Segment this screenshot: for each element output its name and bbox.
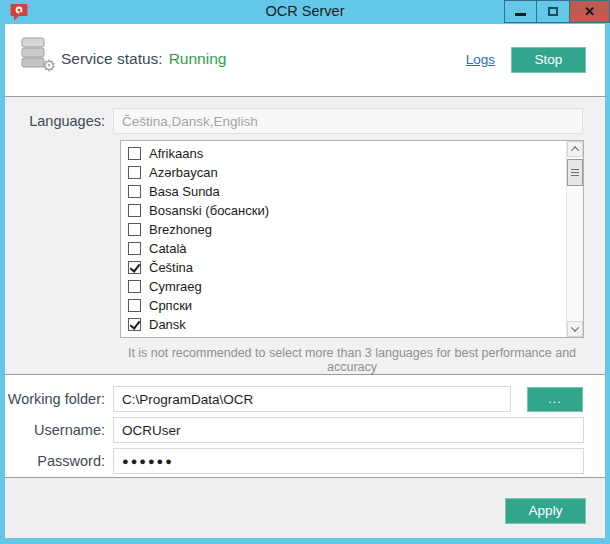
- language-row[interactable]: Afrikaans: [128, 144, 583, 163]
- ocr-server-window: OCR Server ✕ ⚙ Service status:Running Lo…: [0, 0, 610, 544]
- service-status-section: ⚙ Service status:Running Logs Stop: [5, 24, 605, 96]
- language-row[interactable]: Bosanski (босански): [128, 201, 583, 220]
- scrollbar-grip-icon: [571, 169, 579, 176]
- language-row[interactable]: Basa Sunda: [128, 182, 583, 201]
- scrollbar-track[interactable]: [566, 141, 583, 337]
- language-checkbox[interactable]: [128, 223, 141, 236]
- language-row[interactable]: Српски: [128, 296, 583, 315]
- minimize-button[interactable]: [504, 0, 537, 23]
- chevron-down-icon: [571, 323, 579, 331]
- language-label: Basa Sunda: [149, 184, 220, 199]
- language-row[interactable]: Brezhoneg: [128, 220, 583, 239]
- scrollbar-down-button[interactable]: [567, 321, 583, 337]
- language-label: Čeština: [149, 260, 193, 275]
- close-button[interactable]: ✕: [570, 0, 610, 23]
- language-row[interactable]: Čeština: [128, 258, 583, 277]
- language-label: Српски: [149, 298, 192, 313]
- maximize-button[interactable]: [537, 0, 570, 23]
- languages-selected-input[interactable]: [113, 108, 583, 134]
- scrollbar-thumb[interactable]: [567, 159, 583, 186]
- languages-label: Languages:: [5, 113, 105, 129]
- chevron-up-icon: [571, 146, 579, 154]
- language-label: Cymraeg: [149, 279, 202, 294]
- username-input[interactable]: [113, 417, 584, 443]
- browse-button[interactable]: ...: [527, 387, 583, 412]
- close-icon: ✕: [584, 5, 595, 18]
- logs-link[interactable]: Logs: [466, 52, 495, 67]
- language-checkbox[interactable]: [128, 166, 141, 179]
- language-checkbox[interactable]: [128, 147, 141, 160]
- titlebar: OCR Server ✕: [0, 0, 610, 24]
- language-label: Azərbaycan: [149, 165, 218, 180]
- language-row[interactable]: Deutsch: [128, 334, 583, 338]
- stop-button[interactable]: Stop: [511, 47, 586, 73]
- language-label: Català: [149, 241, 187, 256]
- service-status-label: Service status:: [61, 50, 163, 67]
- language-label: Dansk: [149, 317, 186, 332]
- language-row[interactable]: Català: [128, 239, 583, 258]
- languages-section: Languages: AfrikaansAzərbaycanBasa Sunda…: [5, 97, 605, 374]
- service-status-value: Running: [169, 50, 227, 67]
- language-checkbox[interactable]: [128, 204, 141, 217]
- maximize-icon: [548, 7, 558, 16]
- language-label: Deutsch: [149, 336, 197, 338]
- password-input[interactable]: [113, 448, 584, 474]
- footer-section: Apply: [5, 478, 605, 538]
- language-label: Brezhoneg: [149, 222, 212, 237]
- language-row[interactable]: Azərbaycan: [128, 163, 583, 182]
- minimize-icon: [515, 13, 526, 16]
- working-folder-input[interactable]: [113, 386, 511, 412]
- language-label: Bosanski (босански): [149, 203, 269, 218]
- language-checkbox[interactable]: [128, 261, 141, 274]
- languages-note: It is not recommended to select more tha…: [113, 346, 591, 374]
- settings-section: Working folder: ... Username: Password:: [5, 375, 605, 477]
- language-row[interactable]: Cymraeg: [128, 277, 583, 296]
- server-database-icon: ⚙: [21, 37, 53, 75]
- language-checkbox[interactable]: [128, 280, 141, 293]
- password-label: Password:: [5, 453, 105, 469]
- username-label: Username:: [5, 422, 105, 438]
- apply-button[interactable]: Apply: [505, 498, 586, 524]
- language-checkbox[interactable]: [128, 185, 141, 198]
- language-checkbox[interactable]: [128, 242, 141, 255]
- scrollbar-up-button[interactable]: [567, 141, 583, 157]
- language-checkbox[interactable]: [128, 299, 141, 312]
- working-folder-label: Working folder:: [5, 391, 105, 407]
- language-listbox[interactable]: AfrikaansAzərbaycanBasa SundaBosanski (б…: [120, 140, 584, 338]
- language-row[interactable]: Dansk: [128, 315, 583, 334]
- gear-icon: ⚙: [42, 58, 56, 74]
- language-checkbox[interactable]: [128, 318, 141, 331]
- language-label: Afrikaans: [149, 146, 203, 161]
- language-checkbox[interactable]: [128, 337, 141, 338]
